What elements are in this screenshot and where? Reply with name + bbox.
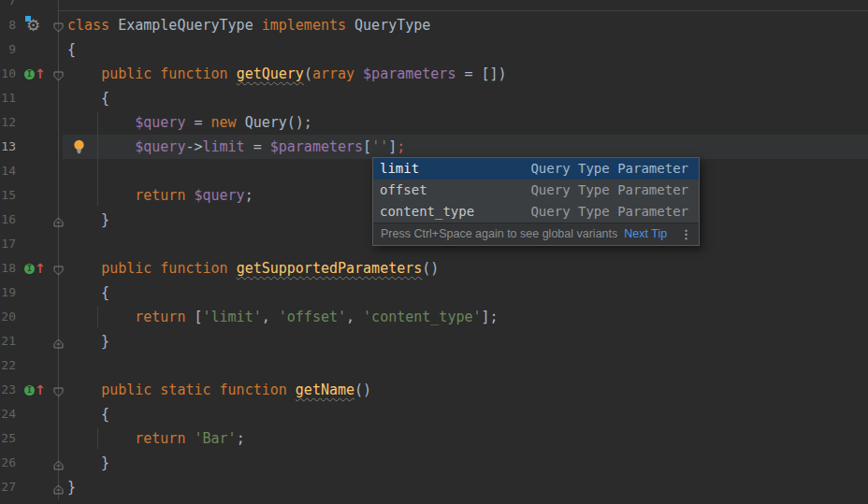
code-token: public static function xyxy=(101,382,296,398)
code-text: return $query; xyxy=(67,183,253,208)
code-token: '' xyxy=(371,138,388,155)
line-number[interactable]: 10 xyxy=(0,62,16,86)
fold-start-icon[interactable] xyxy=(52,68,65,80)
code-line[interactable]: 11 { xyxy=(0,86,868,110)
code-token: limit xyxy=(203,138,245,155)
code-token: $query xyxy=(135,114,185,131)
override-arrow-icon: ↑ xyxy=(35,259,45,278)
line-number[interactable]: 11 xyxy=(0,86,16,110)
code-line[interactable]: 18I↑ public function getSupportedParamet… xyxy=(0,256,868,281)
line-number[interactable]: 9 xyxy=(0,37,16,62)
code-line[interactable]: 9{ xyxy=(0,37,868,62)
code-token: } xyxy=(67,454,109,471)
line-number[interactable]: 12 xyxy=(0,110,16,135)
gear-icon[interactable]: ⚙ xyxy=(24,13,45,37)
code-text: } xyxy=(67,451,109,475)
line-number[interactable]: 14 xyxy=(0,159,16,183)
fold-end-icon[interactable] xyxy=(52,482,65,494)
completion-item[interactable]: content_typeQuery Type Parameter xyxy=(373,201,699,223)
code-line[interactable]: 12 $query = new Query(); xyxy=(0,110,868,135)
kebab-menu-icon[interactable]: ⋮ xyxy=(680,223,692,245)
code-token: = []) xyxy=(456,65,506,82)
completion-list[interactable]: limitQuery Type ParameteroffsetQuery Typ… xyxy=(373,158,699,223)
implements-icon-body: I↑ xyxy=(24,378,45,402)
implements-marker-icon[interactable]: I↑ xyxy=(24,256,45,281)
completion-item[interactable]: limitQuery Type Parameter xyxy=(373,158,699,180)
code-line[interactable]: 21 } xyxy=(0,329,868,353)
blue-badge xyxy=(25,16,31,22)
code-token: 'content_type' xyxy=(363,309,481,325)
line-number[interactable]: 26 xyxy=(0,451,16,475)
code-token: [ xyxy=(363,138,371,155)
line-number[interactable]: 23 xyxy=(0,378,16,402)
code-line[interactable]: 25 return 'Bar'; xyxy=(0,426,868,451)
code-token: ExampleQueryType xyxy=(118,17,262,34)
code-token: new xyxy=(211,114,237,131)
line-number[interactable]: 17 xyxy=(0,232,16,256)
line-number[interactable]: 20 xyxy=(0,305,16,329)
implements-circle-icon: I xyxy=(24,264,35,274)
fold-start-icon[interactable] xyxy=(52,263,65,275)
line-number[interactable]: 13 xyxy=(0,135,16,159)
code-token: , xyxy=(262,309,279,325)
line-number[interactable]: 25 xyxy=(0,426,16,451)
line-number[interactable]: 18 xyxy=(0,256,16,281)
code-token: ; xyxy=(245,187,253,204)
code-token: = xyxy=(245,138,270,155)
line-number[interactable]: 21 xyxy=(0,329,16,353)
code-token: array xyxy=(312,65,354,82)
code-text: { xyxy=(67,37,76,62)
completion-item-name: limit xyxy=(380,161,419,176)
code-line[interactable]: 27} xyxy=(0,475,868,499)
fold-start-icon[interactable] xyxy=(52,384,65,396)
line-number[interactable]: 15 xyxy=(0,183,16,208)
fold-start-icon[interactable] xyxy=(52,20,65,32)
implements-marker-icon[interactable]: I↑ xyxy=(24,62,45,86)
code-text: $query = new Query(); xyxy=(67,110,312,135)
line-number[interactable]: 27 xyxy=(0,475,16,499)
code-text: $query->limit = $parameters['']; xyxy=(67,135,405,159)
code-token xyxy=(354,65,363,82)
code-line[interactable]: 8⚙class ExampleQueryType implements Quer… xyxy=(0,13,868,37)
fold-end-icon[interactable] xyxy=(52,214,65,226)
fold-end-icon[interactable] xyxy=(52,336,65,348)
code-line[interactable]: 24 { xyxy=(0,402,868,426)
code-token xyxy=(67,65,101,82)
code-line[interactable]: 26 } xyxy=(0,451,868,475)
line-number[interactable]: 7 xyxy=(0,0,16,13)
completion-item-type: Query Type Parameter xyxy=(530,180,688,201)
next-tip-link[interactable]: Next Tip xyxy=(624,227,667,240)
code-text: } xyxy=(67,208,109,232)
line-number[interactable]: 8 xyxy=(0,13,16,37)
completion-item[interactable]: offsetQuery Type Parameter xyxy=(373,180,699,201)
line-number[interactable]: 16 xyxy=(0,208,16,232)
code-line[interactable]: 23I↑ public static function getName() xyxy=(0,378,868,402)
implements-marker-icon[interactable]: I↑ xyxy=(24,378,45,402)
code-token xyxy=(67,382,101,398)
code-line[interactable]: 13 $query->limit = $parameters['']; xyxy=(0,135,868,159)
line-number[interactable]: 19 xyxy=(0,281,16,305)
line-number[interactable]: 24 xyxy=(0,402,16,426)
code-text: } xyxy=(67,329,109,353)
code-text: { xyxy=(67,402,109,426)
code-text: public function getSupportedParameters() xyxy=(67,256,439,281)
override-arrow-icon: ↑ xyxy=(35,65,45,83)
code-line[interactable]: 20 return ['limit', 'offset', 'content_t… xyxy=(0,305,868,329)
code-line[interactable]: 7 xyxy=(0,0,868,13)
code-token: () xyxy=(422,260,439,277)
code-text: { xyxy=(67,281,109,305)
code-line[interactable]: 22 xyxy=(0,353,868,378)
code-token: getSupportedParameters xyxy=(237,260,423,277)
fold-end-icon[interactable] xyxy=(52,457,65,469)
implements-icon-body: I↑ xyxy=(24,62,45,86)
code-line[interactable]: 10I↑ public function getQuery(array $par… xyxy=(0,62,868,86)
code-token: class xyxy=(67,17,118,34)
code-line[interactable]: 19 { xyxy=(0,281,868,305)
code-token xyxy=(67,138,135,155)
code-token: $query xyxy=(194,187,244,204)
completion-popup: limitQuery Type ParameteroffsetQuery Typ… xyxy=(372,157,700,246)
override-arrow-icon: ↑ xyxy=(35,381,45,399)
line-number[interactable]: 22 xyxy=(0,353,16,378)
code-token xyxy=(67,260,101,277)
completion-item-type: Query Type Parameter xyxy=(530,158,688,180)
